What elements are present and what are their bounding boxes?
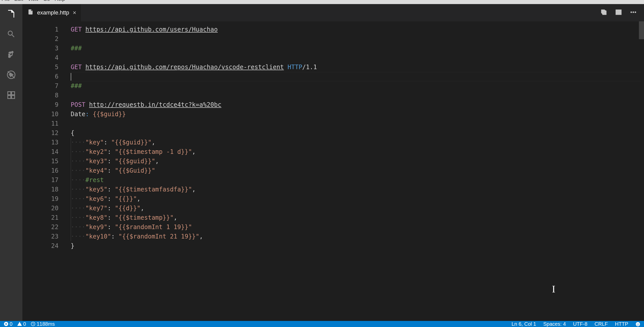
tab-example-http[interactable]: example.http × [22, 4, 81, 21]
editor-group: example.http × 1234567891011121314151617… [22, 4, 644, 321]
open-changes-icon[interactable] [600, 9, 607, 17]
extensions-icon[interactable] [6, 90, 16, 100]
status-eol[interactable]: CRLF [595, 321, 608, 327]
scrollbar-thumb[interactable] [639, 21, 644, 39]
svg-point-6 [635, 12, 636, 13]
source-control-icon[interactable] [6, 49, 16, 60]
more-actions-icon[interactable] [630, 9, 637, 17]
code-content[interactable]: GET https://api.github.com/users/Huachao… [71, 21, 644, 321]
status-lncol[interactable]: Ln 6, Col 1 [511, 321, 536, 327]
search-icon[interactable] [6, 29, 16, 39]
menu-help[interactable]: Help [54, 0, 65, 2]
menu-bar: File Edit View Go Help [0, 0, 644, 4]
status-language[interactable]: HTTP [615, 321, 628, 327]
svg-point-10 [637, 323, 638, 324]
activity-bar [0, 4, 22, 321]
tab-actions [600, 4, 644, 21]
menu-edit[interactable]: Edit [14, 0, 23, 2]
status-spaces[interactable]: Spaces: 4 [543, 321, 566, 327]
close-icon[interactable]: × [73, 9, 76, 16]
workbench: example.http × 1234567891011121314151617… [0, 4, 644, 321]
menu-go[interactable]: Go [43, 0, 50, 2]
file-icon [27, 9, 34, 17]
svg-point-9 [636, 322, 640, 326]
debug-icon[interactable] [6, 70, 16, 80]
svg-point-5 [633, 12, 634, 13]
status-bar: 0 0 1188ms Ln 6, Col 1 Spaces: 4 UTF-8 C… [0, 321, 644, 327]
feedback-icon[interactable] [635, 321, 640, 327]
status-warnings[interactable]: 0 [17, 321, 26, 327]
text-editor[interactable]: 123456789101112131415161718192021222324 … [22, 21, 644, 321]
explorer-icon[interactable] [6, 9, 16, 19]
tab-spacer [81, 4, 600, 21]
tab-bar: example.http × [22, 4, 644, 21]
svg-point-11 [638, 323, 639, 324]
status-time[interactable]: 1188ms [31, 321, 55, 327]
scrollbar[interactable] [639, 21, 644, 321]
status-encoding[interactable]: UTF-8 [573, 321, 588, 327]
split-editor-icon[interactable] [615, 9, 622, 17]
tab-filename: example.http [37, 9, 69, 16]
text-cursor [71, 73, 71, 81]
line-numbers: 123456789101112131415161718192021222324 [22, 21, 71, 321]
menu-view[interactable]: View [28, 0, 39, 2]
svg-point-4 [631, 12, 632, 13]
mouse-cursor-icon: I [552, 284, 555, 294]
status-errors[interactable]: 0 [4, 321, 12, 327]
menu-file[interactable]: File [2, 0, 10, 2]
